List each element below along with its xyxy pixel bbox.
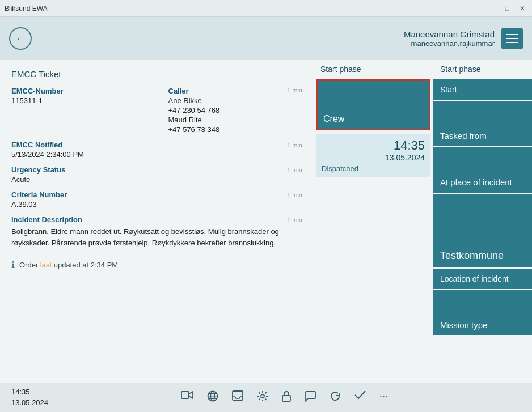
urgency-status-value: Acute xyxy=(11,175,302,184)
more-icon[interactable]: ··· xyxy=(379,390,388,405)
order-updated-highlight: last xyxy=(40,261,52,269)
incident-description-badge: 1 min xyxy=(287,216,302,223)
incident-description-field: Incident Description 1 min Boligbrann. E… xyxy=(11,215,302,248)
chat-icon[interactable] xyxy=(305,390,316,405)
order-updated-row: ℹ Order last updated at 2:34 PM xyxy=(11,260,302,270)
criteria-number-badge: 1 min xyxy=(287,192,302,198)
start-label: Start xyxy=(440,85,457,94)
user-email: maneevannan.rajkummar xyxy=(404,39,495,48)
minimize-btn[interactable]: — xyxy=(486,5,497,12)
main-content: EMCC Ticket EMCC-Number 115311-1 Caller … xyxy=(0,60,532,383)
video-icon[interactable] xyxy=(181,390,193,405)
tasked-from-button[interactable]: Tasked from xyxy=(433,101,532,146)
testkommune-button[interactable]: Testkommune xyxy=(433,194,532,267)
user-name: Maneevannan Grimstad xyxy=(404,29,495,39)
menu-line-bot xyxy=(506,42,518,43)
emcc-caller-row: EMCC-Number 115311-1 Caller 1 min Ane Ri… xyxy=(11,87,302,141)
incident-description-text: Boligbrann. Eldre mann reddet ut. Røykut… xyxy=(11,226,302,248)
at-place-of-incident-label: At place of incident xyxy=(440,177,512,187)
right-panel: Start phase Start Tasked from At place o… xyxy=(433,60,532,383)
order-updated-time: 2:34 PM xyxy=(91,261,118,269)
info-icon: ℹ xyxy=(11,260,15,270)
urgency-status-badge: 1 min xyxy=(287,167,302,173)
lock-icon[interactable] xyxy=(282,390,291,405)
middle-panel: Start phase Crew 14:35 13.05.2024 Dispat… xyxy=(314,60,433,383)
svg-rect-0 xyxy=(181,392,189,398)
menu-line-top xyxy=(506,34,518,35)
caller-badge: 1 min xyxy=(287,87,302,95)
urgency-status-field: Urgency Status 1 min Acute xyxy=(11,165,302,184)
urgency-status-label: Urgency Status xyxy=(11,165,65,174)
dispatched-label: Dispatched xyxy=(322,164,425,173)
incident-description-label: Incident Description xyxy=(11,215,82,224)
crew-box[interactable]: Crew xyxy=(316,79,430,130)
taskbar: 14:35 13.05.2024 xyxy=(0,383,532,412)
check-icon[interactable] xyxy=(354,390,366,405)
emcc-notified-badge: 1 min xyxy=(287,142,302,148)
inbox-icon[interactable] xyxy=(232,390,243,405)
criteria-number-label: Criteria Number xyxy=(11,190,67,199)
maximize-btn[interactable]: □ xyxy=(503,5,512,12)
back-icon: ← xyxy=(15,33,26,45)
taskbar-time: 14:35 13.05.2024 xyxy=(11,387,48,407)
at-place-of-incident-button[interactable]: At place of incident xyxy=(433,147,532,193)
svg-point-4 xyxy=(261,394,264,398)
header: ← Maneevannan Grimstad maneevannan.rajku… xyxy=(0,17,532,60)
location-of-incident-button[interactable]: Location of incident xyxy=(433,269,532,289)
taskbar-icons: ··· xyxy=(48,390,521,405)
order-updated-text: Order last updated at 2:34 PM xyxy=(19,261,118,269)
dispatched-date: 13.05.2024 xyxy=(322,153,425,162)
emcc-number-value: 115311-1 xyxy=(11,96,146,105)
emcc-notified-field: EMCC Notified 1 min 5/13/2024 2:34:00 PM xyxy=(11,141,302,159)
emcc-notified-label: EMCC Notified xyxy=(11,141,62,149)
title-bar: Bliksund EWA — □ ✕ xyxy=(0,0,532,17)
menu-button[interactable] xyxy=(501,28,523,49)
settings-icon[interactable] xyxy=(257,390,268,405)
menu-line-mid xyxy=(506,38,518,39)
dispatched-time: 14:35 xyxy=(322,138,425,153)
close-btn[interactable]: ✕ xyxy=(517,5,527,12)
taskbar-date: 13.05.2024 xyxy=(11,398,48,408)
back-button[interactable]: ← xyxy=(9,27,32,50)
caller-label: Caller xyxy=(168,87,189,95)
user-info: Maneevannan Grimstad maneevannan.rajkumm… xyxy=(404,29,495,48)
testkommune-label: Testkommune xyxy=(440,250,504,262)
left-panel: EMCC Ticket EMCC-Number 115311-1 Caller … xyxy=(0,60,314,383)
refresh-icon[interactable] xyxy=(330,390,341,405)
window-controls: — □ ✕ xyxy=(486,5,527,12)
middle-phase-header: Start phase xyxy=(314,60,433,79)
location-of-incident-label: Location of incident xyxy=(440,274,509,283)
user-section: Maneevannan Grimstad maneevannan.rajkumm… xyxy=(404,28,523,49)
caller-phone1: +47 230 54 768 xyxy=(168,106,303,114)
start-button[interactable]: Start xyxy=(433,79,532,100)
caller-name1: Ane Rikke xyxy=(168,96,303,105)
crew-label: Crew xyxy=(323,114,344,124)
mission-type-label: Mission type xyxy=(440,320,487,330)
criteria-number-value: A.39.03 xyxy=(11,200,302,209)
tasked-from-label: Tasked from xyxy=(440,131,487,141)
criteria-number-field: Criteria Number 1 min A.39.03 xyxy=(11,190,302,209)
app-title: Bliksund EWA xyxy=(5,5,48,12)
caller-field: Caller 1 min Ane Rikke +47 230 54 768 Ma… xyxy=(168,87,303,134)
dispatched-box: 14:35 13.05.2024 Dispatched xyxy=(316,134,430,177)
svg-rect-5 xyxy=(282,396,290,401)
emcc-notified-value: 5/13/2024 2:34:00 PM xyxy=(11,150,302,159)
right-phase-header: Start phase xyxy=(433,60,532,79)
caller-name2: Maud Rite xyxy=(168,116,303,124)
taskbar-clock: 14:35 xyxy=(11,387,48,397)
globe-icon[interactable] xyxy=(207,390,218,405)
emcc-number-field: EMCC-Number 115311-1 xyxy=(11,87,146,134)
emcc-number-label: EMCC-Number xyxy=(11,87,64,95)
section-title: EMCC Ticket xyxy=(11,69,302,79)
mission-type-button[interactable]: Mission type xyxy=(433,290,532,335)
caller-phone2: +47 576 78 348 xyxy=(168,125,303,134)
